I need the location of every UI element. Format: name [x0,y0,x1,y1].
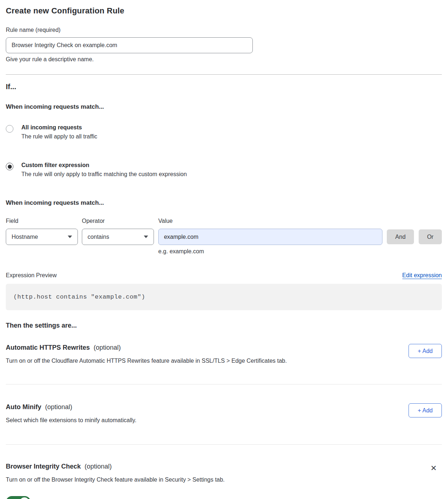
or-button[interactable]: Or [419,229,442,244]
then-settings-heading: Then the settings are... [6,322,442,329]
expression-preview-row: Expression Preview Edit expression [6,272,442,279]
field-select[interactable]: Hostname [6,229,78,245]
expression-preview-label: Expression Preview [6,272,57,279]
close-icon[interactable]: ✕ [430,464,437,472]
field-select-value: Hostname [12,234,38,240]
radio-option-texts: All incoming requests The rule will appl… [21,124,97,140]
setting-head: Browser Integrity Check (optional) Turn … [6,463,442,483]
setting-titles: Browser Integrity Check (optional) Turn … [6,463,225,483]
setting-titles: Auto Minify (optional) Select which file… [6,403,137,424]
setting-titles: Automatic HTTPS Rewrites (optional) Turn… [6,344,287,364]
expression-preview-box: (http.host contains "example.com") [6,284,442,310]
value-helper: e.g. example.com [158,248,442,255]
section-divider [6,74,442,75]
filter-controls-row: Hostname contains And Or [6,229,442,245]
operator-label: Operator [82,218,158,224]
chevron-down-icon [68,236,72,238]
radio-option-custom-filter[interactable]: Custom filter expression The rule will o… [6,162,442,178]
toggle-knob [20,498,29,499]
setting-divider [6,384,442,384]
create-configuration-rule-form: Create new Configuration Rule Rule name … [0,6,448,499]
setting-optional-tag: (optional) [45,403,72,411]
and-button[interactable]: And [387,229,414,244]
setting-description: Turn on or off the Cloudflare Automatic … [6,358,287,364]
radio-option-description: The rule will apply to all traffic [21,133,97,140]
setting-optional-tag: (optional) [85,463,112,470]
radio-option-texts: Custom filter expression The rule will o… [21,162,187,178]
rule-name-helper: Give your rule a descriptive name. [6,56,442,63]
setting-head: Auto Minify (optional) Select which file… [6,403,442,424]
add-automatic-https-rewrites-button[interactable]: + Add [409,344,442,358]
setting-title: Automatic HTTPS Rewrites [6,344,90,351]
setting-browser-integrity-check: Browser Integrity Check (optional) Turn … [6,463,442,499]
page-title: Create new Configuration Rule [6,6,442,16]
radio-option-label: Custom filter expression [21,162,187,169]
match-heading: When incoming requests match... [6,103,442,111]
chevron-down-icon [144,236,148,238]
setting-divider [6,444,442,445]
value-input[interactable] [158,229,382,245]
filter-heading: When incoming requests match... [6,199,442,207]
setting-description: Select which file extensions to minify a… [6,417,137,424]
operator-select[interactable]: contains [82,229,154,245]
rule-name-input[interactable] [6,37,253,53]
setting-title: Auto Minify [6,403,41,411]
setting-auto-minify: Auto Minify (optional) Select which file… [6,403,442,424]
field-label: Field [6,218,82,224]
expression-code: (http.host contains "example.com") [13,294,145,300]
setting-head: Automatic HTTPS Rewrites (optional) Turn… [6,344,442,364]
browser-integrity-check-toggle[interactable]: ✓ [6,496,31,499]
edit-expression-link[interactable]: Edit expression [402,272,442,279]
setting-title: Browser Integrity Check [6,463,81,470]
radio-option-all-incoming[interactable]: All incoming requests The rule will appl… [6,124,442,140]
operator-select-value: contains [88,234,109,240]
radio-option-description: The rule will only apply to traffic matc… [21,171,187,178]
add-auto-minify-button[interactable]: + Add [409,403,442,417]
setting-automatic-https-rewrites: Automatic HTTPS Rewrites (optional) Turn… [6,344,442,364]
if-heading: If... [6,83,442,91]
setting-description: Turn on or off the Browser Integrity Che… [6,477,225,483]
setting-optional-tag: (optional) [94,344,121,351]
rule-name-label: Rule name (required) [6,27,442,33]
value-label: Value [158,218,173,224]
radio-button-checked[interactable] [6,163,13,170]
radio-button-unchecked[interactable] [6,125,13,133]
filter-labels-row: Field Operator Value [6,218,442,224]
radio-option-label: All incoming requests [21,124,97,131]
